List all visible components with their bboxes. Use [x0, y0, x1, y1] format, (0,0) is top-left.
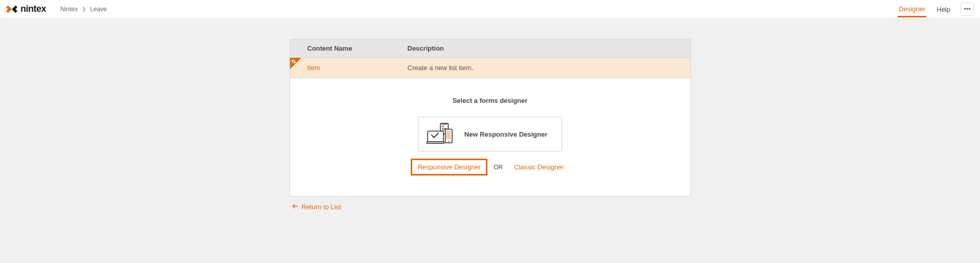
svg-rect-11: [448, 133, 449, 134]
col-header-name: Content Name: [290, 45, 408, 52]
brand-name: nintex: [20, 4, 46, 14]
svg-rect-16: [447, 136, 448, 137]
return-to-list-link[interactable]: Return to List: [292, 203, 341, 211]
breadcrumb: Nintex ❯ Leave: [60, 6, 107, 13]
top-nav: Designer Help •••: [898, 1, 974, 17]
responsive-designer-link[interactable]: Responsive Designer: [411, 159, 487, 176]
gear-icon: [291, 59, 296, 64]
content-card: Content Name Description Item Create a n…: [289, 39, 691, 196]
devices-icon: [426, 122, 455, 146]
svg-rect-5: [427, 142, 444, 143]
top-bar: nintex Nintex ❯ Leave Designer Help •••: [0, 0, 980, 18]
row-item-description: Create a new list item.: [408, 64, 691, 72]
ellipsis-icon: •••: [964, 5, 971, 13]
designer-selection-panel: Select a forms designer: [290, 78, 691, 196]
classic-designer-link[interactable]: Classic Designer: [509, 160, 569, 174]
svg-rect-18: [449, 136, 450, 137]
svg-point-22: [448, 141, 449, 142]
svg-rect-14: [448, 135, 449, 136]
nintex-logo-icon: [6, 4, 17, 15]
or-separator: OR: [494, 164, 503, 171]
more-menu-button[interactable]: •••: [961, 3, 974, 16]
arrow-left-icon: [292, 203, 299, 211]
svg-rect-17: [448, 136, 449, 137]
svg-rect-8: [448, 131, 449, 132]
main-area: Content Name Description Item Create a n…: [0, 18, 980, 222]
nav-help[interactable]: Help: [936, 2, 951, 16]
svg-rect-10: [447, 133, 448, 134]
footer-area: Return to List: [289, 203, 691, 211]
nav-designer[interactable]: Designer: [898, 1, 926, 17]
return-label: Return to List: [302, 203, 341, 211]
table-header: Content Name Description: [290, 39, 691, 58]
svg-rect-21: [449, 138, 450, 139]
new-responsive-designer-button[interactable]: New Responsive Designer: [418, 117, 563, 151]
svg-rect-9: [449, 131, 450, 132]
alt-designer-links: Responsive Designer OR Classic Designer: [290, 159, 691, 176]
brand-logo[interactable]: nintex: [6, 4, 46, 15]
new-responsive-label: New Responsive Designer: [464, 130, 548, 138]
panel-title: Select a forms designer: [290, 97, 691, 104]
svg-rect-20: [448, 138, 449, 139]
svg-rect-2: [442, 128, 447, 129]
svg-rect-19: [447, 138, 448, 139]
svg-rect-7: [447, 131, 448, 132]
chevron-right-icon: ❯: [82, 6, 86, 12]
breadcrumb-current: Leave: [90, 6, 107, 13]
table-row[interactable]: Item Create a new list item.: [290, 58, 691, 78]
svg-rect-1: [442, 126, 444, 127]
svg-rect-15: [449, 135, 450, 136]
svg-rect-12: [449, 133, 450, 134]
svg-rect-13: [447, 135, 448, 136]
breadcrumb-root[interactable]: Nintex: [60, 6, 78, 13]
col-header-description: Description: [408, 45, 691, 52]
row-item-link[interactable]: Item: [307, 64, 320, 72]
